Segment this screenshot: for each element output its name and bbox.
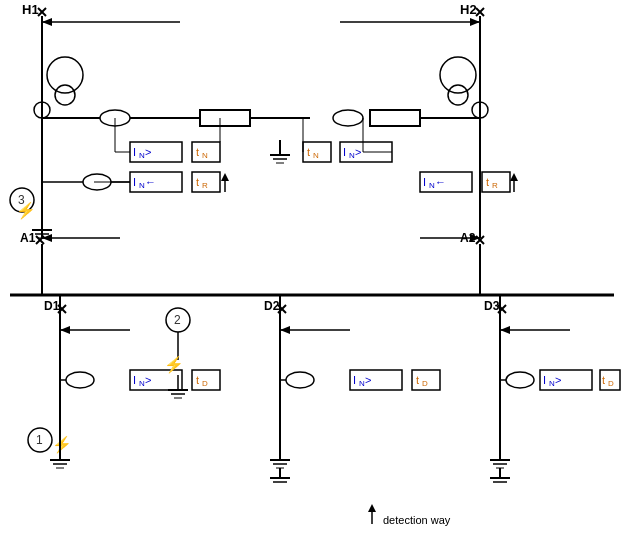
svg-text:⚡: ⚡	[16, 201, 36, 220]
td-sub-d1: D	[202, 379, 208, 388]
in-lt-label-left: I	[133, 176, 136, 188]
h1-label: H1	[22, 2, 39, 17]
svg-marker-33	[221, 173, 229, 181]
in-gt-label-left-top: I	[133, 146, 136, 158]
in-gt-d1: I	[133, 374, 136, 386]
tn-label-left-top: t	[196, 146, 199, 158]
svg-rect-24	[370, 110, 420, 126]
in-gt-arrow-left-top: >	[145, 146, 151, 158]
svg-marker-6	[42, 18, 52, 26]
svg-text:⚡: ⚡	[164, 355, 184, 374]
svg-rect-30	[130, 172, 182, 192]
svg-point-23	[333, 110, 363, 126]
d1-label: D1	[44, 299, 60, 313]
svg-rect-71	[130, 370, 182, 390]
h2-label: H2	[460, 2, 477, 17]
svg-marker-9	[470, 18, 480, 26]
detection-way-label: detection way	[383, 514, 451, 526]
td-sub-d3: D	[608, 379, 614, 388]
svg-point-11	[55, 85, 75, 105]
tr-sub-left: R	[202, 181, 208, 190]
in-gt-arrow-right-top: >	[355, 146, 361, 158]
diagram-svg: H1 H2 I N >	[0, 0, 624, 539]
svg-rect-21	[200, 110, 250, 126]
svg-marker-83	[280, 326, 290, 334]
svg-marker-39	[510, 173, 518, 181]
circle2-label: 2	[174, 313, 181, 327]
svg-point-100	[506, 372, 534, 388]
in-gt-arrow-d2: >	[365, 374, 371, 386]
circle1-label: 1	[36, 433, 43, 447]
tn-sub-right-top: N	[313, 151, 319, 160]
svg-rect-36	[420, 172, 472, 192]
in-lt-arrow-left: ←	[145, 176, 156, 188]
tr-sub-right: R	[492, 181, 498, 190]
svg-point-10	[47, 57, 83, 93]
in-gt-label-right-top: I	[343, 146, 346, 158]
in-gt-arrow-d3: >	[555, 374, 561, 386]
svg-point-14	[448, 85, 468, 105]
svg-marker-58	[42, 234, 52, 242]
d2-label: D2	[264, 299, 280, 313]
tn-label-right-top: t	[307, 146, 310, 158]
svg-rect-28	[130, 142, 182, 162]
in-lt-arrow-right: ←	[435, 176, 446, 188]
svg-rect-86	[350, 370, 402, 390]
svg-point-69	[66, 372, 94, 388]
a1-label: A1	[20, 231, 36, 245]
svg-point-13	[440, 57, 476, 93]
in-gt-d3: I	[543, 374, 546, 386]
svg-point-84	[286, 372, 314, 388]
svg-marker-119	[368, 504, 376, 512]
d3-label: D3	[484, 299, 500, 313]
tr-label-left: t	[196, 176, 199, 188]
in-gt-d2: I	[353, 374, 356, 386]
td-sub-d2: D	[422, 379, 428, 388]
tr-label-right: t	[486, 176, 489, 188]
td-label-d1: t	[196, 374, 199, 386]
in-gt-arrow-d1: >	[145, 374, 151, 386]
svg-marker-99	[500, 326, 510, 334]
svg-text:⚡: ⚡	[52, 435, 72, 454]
td-label-d3: t	[602, 374, 605, 386]
in-lt-label-right: I	[423, 176, 426, 188]
svg-marker-68	[60, 326, 70, 334]
tn-sub-left-top: N	[202, 151, 208, 160]
svg-rect-102	[540, 370, 592, 390]
td-label-d2: t	[416, 374, 419, 386]
